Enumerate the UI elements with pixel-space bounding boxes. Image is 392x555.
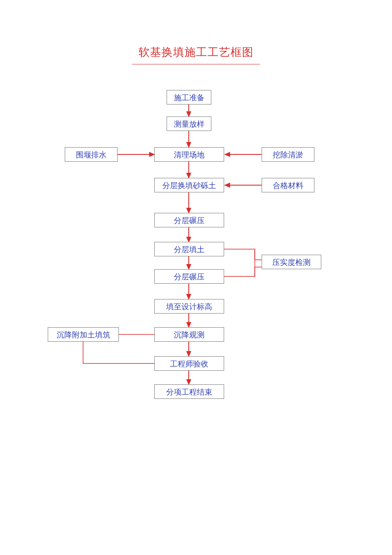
node-b4: 分层换填砂砾土 bbox=[154, 178, 224, 192]
node-b3l: 围堰排水 bbox=[65, 147, 118, 162]
node-b10: 工程师验收 bbox=[154, 356, 224, 371]
node-b6: 分层填土 bbox=[154, 242, 224, 256]
flowchart: 施工准备 测量放样 清理场地 围堰排水 挖除清淤 分层换填砂砾土 合格材料 分层… bbox=[0, 90, 392, 453]
node-b5: 分层碾压 bbox=[154, 213, 224, 227]
node-b9l: 沉降附加土填筑 bbox=[48, 327, 119, 342]
node-b4r: 合格材料 bbox=[262, 178, 314, 192]
node-b2: 测量放样 bbox=[167, 116, 211, 131]
title-underline bbox=[132, 64, 260, 64]
node-b9: 沉降观测 bbox=[154, 327, 224, 342]
node-b67r: 压实度检测 bbox=[262, 255, 321, 269]
node-b3: 清理场地 bbox=[154, 147, 224, 162]
node-b11: 分项工程结束 bbox=[154, 384, 224, 399]
node-b7: 分层碾压 bbox=[154, 269, 224, 284]
node-b8: 填至设计标高 bbox=[154, 299, 224, 314]
node-b1: 施工准备 bbox=[167, 90, 211, 105]
node-b3r: 挖除清淤 bbox=[262, 147, 314, 162]
diagram-title: 软基换填施工工艺框图 bbox=[0, 45, 392, 60]
